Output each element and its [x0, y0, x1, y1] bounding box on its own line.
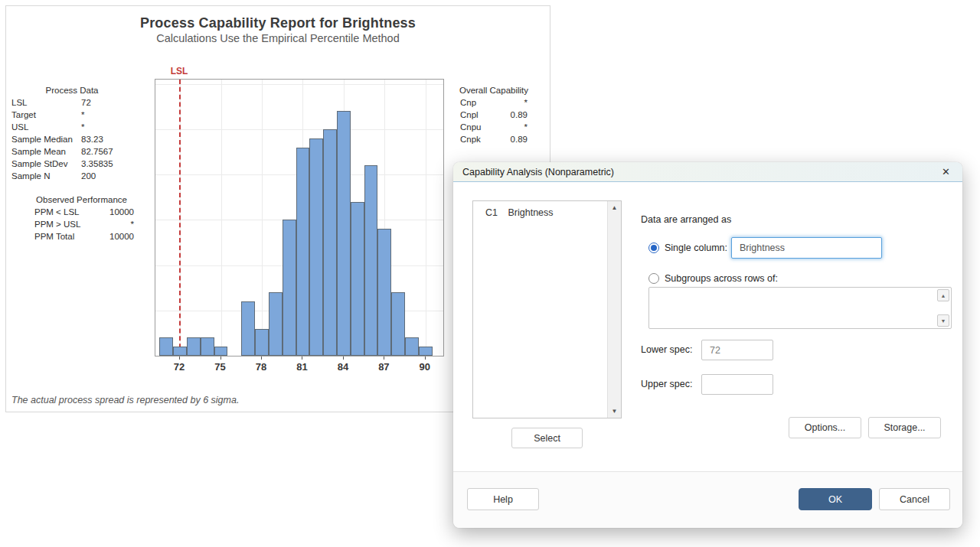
ok-button[interactable]: OK: [799, 488, 872, 510]
stat-row: Sample Median83.23: [11, 133, 132, 145]
observed-performance-panel: Observed Performance PPM < LSL10000PPM >…: [29, 194, 134, 243]
listbox-scrollbar[interactable]: ▲ ▼: [607, 201, 621, 418]
histogram-bar: [391, 292, 405, 356]
single-column-radio-row[interactable]: Single column:: [648, 243, 727, 253]
select-button[interactable]: Select: [511, 428, 583, 448]
gridline: [262, 80, 263, 356]
close-icon[interactable]: ✕: [939, 167, 953, 177]
stat-label: Cnpl: [456, 109, 498, 121]
axis-tick-label: 87: [371, 361, 397, 373]
axis-tick-label: 84: [330, 361, 356, 373]
stat-value: 0.89: [498, 133, 532, 145]
storage-button[interactable]: Storage...: [868, 417, 941, 438]
lower-spec-input[interactable]: 72: [701, 340, 773, 360]
column-name: Brightness: [508, 207, 553, 218]
stat-label: Target: [11, 109, 81, 121]
subgroups-radio-row[interactable]: Subgroups across rows of:: [648, 273, 778, 284]
stat-value: *: [97, 218, 134, 230]
axis-tick: [220, 357, 221, 360]
stat-row: Cnpl0.89: [456, 109, 532, 121]
histogram-bar: [323, 129, 337, 356]
histogram-bar: [296, 148, 310, 356]
stat-value: *: [81, 121, 84, 133]
stat-value: *: [498, 121, 532, 133]
stat-label: LSL: [11, 96, 81, 109]
cancel-button[interactable]: Cancel: [879, 488, 950, 510]
stat-label: Cnp: [456, 96, 498, 109]
gridline: [155, 129, 443, 130]
histogram-bar: [351, 202, 364, 356]
subgroups-input[interactable]: ▲ ▼: [648, 287, 952, 329]
histogram-bar: [337, 111, 351, 356]
stat-label: PPM < LSL: [29, 206, 97, 218]
histogram-bar: [419, 347, 433, 356]
stat-value: *: [498, 96, 532, 109]
column-listbox[interactable]: C1 Brightness ▲ ▼: [472, 200, 622, 418]
stat-label: PPM > USL: [29, 218, 97, 230]
single-column-radio[interactable]: [648, 243, 659, 253]
process-data-title: Process Data: [11, 84, 132, 96]
stat-row: USL*: [11, 121, 132, 133]
histogram-bar: [283, 220, 296, 356]
dialog-titlebar[interactable]: Capability Analysis (Nonparametric) ✕: [453, 162, 962, 182]
histogram-bar: [364, 165, 378, 356]
single-column-input[interactable]: Brightness: [731, 237, 882, 259]
histogram-bar: [269, 292, 283, 356]
subgroups-scrollbar[interactable]: ▲ ▼: [936, 289, 949, 327]
help-button[interactable]: Help: [467, 488, 539, 510]
upper-spec-input[interactable]: [701, 374, 773, 395]
arranged-as-label: Data are arranged as: [641, 214, 731, 225]
report-subtitle: Calculations Use the Empirical Percentil…: [6, 32, 550, 44]
report-title: Process Capability Report for Brightness: [6, 15, 550, 31]
scroll-down-icon[interactable]: ▼: [608, 405, 621, 418]
lower-spec-label: Lower spec:: [641, 344, 692, 355]
lsl-reference-line: [179, 80, 181, 356]
lsl-marker-label: LSL: [164, 66, 194, 77]
histogram-bar: [309, 138, 323, 356]
histogram-bar: [255, 329, 269, 357]
options-button[interactable]: Options...: [789, 417, 861, 438]
histogram-x-axis: 72757881848790: [155, 357, 444, 376]
upper-spec-label: Upper spec:: [641, 379, 692, 389]
overall-capability-rows: Cnp*Cnpl0.89Cnpu*Cnpk0.89: [456, 96, 532, 145]
axis-tick-label: 72: [166, 361, 192, 373]
gridline: [221, 80, 222, 356]
screen: Process Capability Report for Brightness…: [0, 0, 980, 547]
stat-value: 3.35835: [81, 158, 113, 170]
column-id: C1: [485, 207, 505, 218]
histogram-bar: [201, 337, 214, 356]
stat-row: Sample StDev3.35835: [11, 158, 132, 170]
histogram-bar: [187, 337, 201, 356]
axis-tick: [343, 357, 344, 360]
stat-row: Target*: [11, 109, 132, 121]
stat-label: PPM Total: [29, 230, 97, 243]
overall-capability-title: Overall Capability: [456, 84, 532, 96]
stat-label: Cnpk: [456, 133, 498, 145]
axis-tick: [425, 357, 426, 360]
stat-value: 82.7567: [81, 145, 113, 158]
scroll-up-icon[interactable]: ▲: [608, 201, 621, 214]
report-footnote: The actual process spread is represented…: [11, 395, 239, 405]
stat-row: Cnpk0.89: [456, 133, 532, 145]
capability-analysis-dialog: Capability Analysis (Nonparametric) ✕ C1…: [453, 162, 962, 528]
stat-row: LSL72: [11, 96, 132, 109]
axis-tick: [179, 357, 180, 360]
histogram-bar: [241, 301, 255, 356]
stat-value: 72: [81, 96, 91, 109]
stat-label: USL: [11, 121, 81, 133]
axis-tick-label: 78: [248, 361, 274, 373]
observed-performance-rows: PPM < LSL10000PPM > USL*PPM Total10000: [29, 206, 134, 243]
single-column-label: Single column:: [665, 243, 727, 253]
axis-tick: [302, 357, 302, 360]
list-item[interactable]: C1 Brightness: [473, 201, 621, 218]
stat-value: 10000: [97, 230, 134, 243]
stat-row: PPM < LSL10000: [29, 206, 134, 218]
stat-row: PPM > USL*: [29, 218, 134, 230]
stat-label: Sample Median: [11, 133, 81, 145]
histogram-bar: [377, 229, 391, 356]
subgroups-radio[interactable]: [648, 273, 659, 284]
scroll-down-icon[interactable]: ▼: [937, 314, 949, 327]
axis-tick-label: 81: [289, 361, 315, 373]
scroll-up-icon[interactable]: ▲: [937, 289, 949, 301]
stat-row: PPM Total10000: [29, 230, 134, 243]
